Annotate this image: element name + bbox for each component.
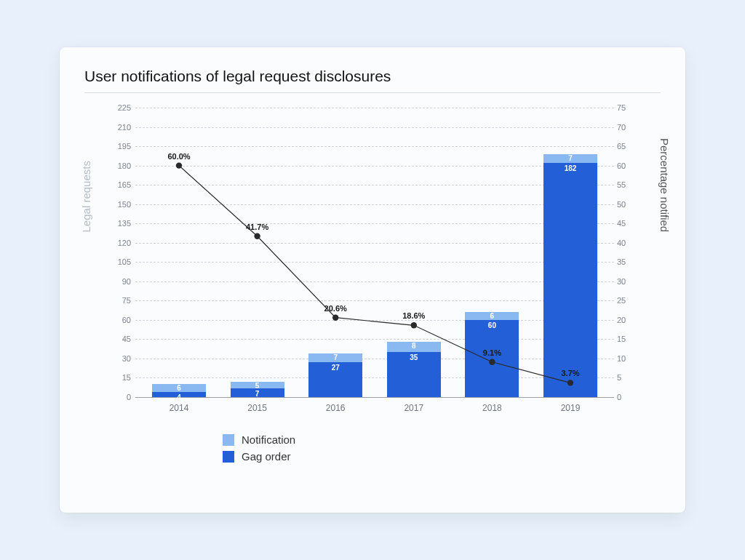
y-tick-right: 10 [617, 354, 636, 363]
x-tick: 2018 [482, 403, 502, 413]
y-tick-left: 0 [109, 393, 131, 401]
legend-label-gag-order: Gag order [242, 450, 291, 463]
y-tick-right: 25 [617, 296, 636, 305]
y-tick-left: 90 [109, 277, 131, 286]
y-tick-right: 0 [617, 393, 636, 401]
y-tick-left: 120 [109, 239, 131, 247]
y-tick-right: 30 [617, 277, 636, 286]
x-tick: 2014 [170, 403, 189, 413]
y-tick-right: 5 [617, 373, 636, 382]
legend-item-notification: Notification [223, 433, 661, 446]
y-tick-left: 210 [109, 123, 131, 132]
legend-swatch-notification [223, 434, 234, 446]
y-tick-left: 75 [109, 296, 131, 305]
legend-label-notification: Notification [242, 433, 295, 446]
line-point [489, 359, 495, 365]
x-tick: 2017 [404, 403, 423, 413]
y-tick-left: 30 [109, 354, 131, 363]
y-tick-left: 180 [109, 161, 131, 170]
y-tick-right: 55 [617, 180, 636, 189]
y-tick-left: 60 [109, 316, 131, 324]
line-point-label: 20.6% [324, 303, 347, 312]
y-tick-left: 135 [109, 219, 131, 228]
line-overlay [135, 108, 614, 397]
y-tick-right: 45 [617, 219, 636, 228]
y-tick-left: 45 [109, 335, 131, 343]
chart-title: User notifications of legal request disc… [84, 68, 661, 93]
line-point [176, 162, 182, 168]
y-tick-left: 15 [109, 373, 131, 382]
percentage-line [179, 166, 570, 383]
y-tick-left: 105 [109, 257, 131, 266]
line-point-label: 3.7% [561, 369, 579, 377]
legend-item-gag-order: Gag order [223, 450, 661, 463]
y-tick-right: 75 [617, 103, 636, 112]
x-tick: 2019 [561, 403, 581, 413]
legend: Notification Gag order [223, 433, 661, 463]
line-point-label: 18.6% [402, 311, 425, 320]
y-tick-left: 165 [109, 180, 131, 189]
line-point-label: 41.7% [246, 223, 268, 231]
grid-line [135, 397, 614, 398]
y-tick-right: 40 [617, 239, 636, 247]
y-axis-left-label: Legal requests [80, 161, 92, 232]
y-tick-right: 65 [617, 142, 636, 151]
line-point-label: 60.0% [167, 151, 190, 160]
y-tick-left: 195 [109, 142, 131, 151]
line-point [567, 380, 573, 385]
y-tick-right: 20 [617, 316, 636, 324]
x-tick: 2015 [247, 403, 267, 413]
line-point [411, 322, 417, 328]
x-tick: 2016 [326, 403, 346, 413]
y-tick-right: 35 [617, 257, 636, 266]
y-tick-left: 150 [109, 200, 131, 209]
y-tick-right: 15 [617, 335, 636, 343]
plot-area: 0153045607590105120135150165180195210225… [135, 108, 614, 397]
line-point-label: 9.1% [483, 348, 501, 357]
chart-area: Legal requests Percentage notified 01530… [84, 100, 661, 420]
chart-card: User notifications of legal request disc… [60, 47, 685, 513]
line-point [254, 233, 260, 239]
line-point [332, 314, 338, 320]
y-tick-right: 60 [617, 161, 636, 170]
y-tick-left: 225 [109, 103, 131, 112]
y-tick-right: 50 [617, 200, 636, 209]
y-tick-right: 70 [617, 123, 636, 132]
y-axis-right-label: Percentage notified [658, 138, 671, 232]
legend-swatch-gag-order [223, 451, 234, 463]
